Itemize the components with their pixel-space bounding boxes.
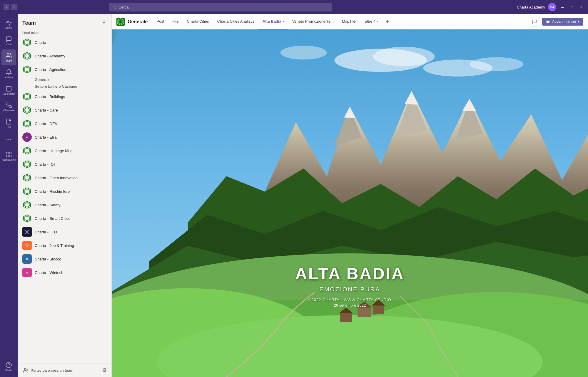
sidebar-item-chiamate[interactable]: Chiamate xyxy=(1,99,16,115)
file-icon xyxy=(6,118,12,125)
team-item-heritage[interactable]: Charta - Heritage Mng ··· xyxy=(18,144,111,157)
team-logo-agricoltura xyxy=(22,65,32,74)
content-image: ALTA BADIA EMOZIONE PURA ©2022 CHARTA - … xyxy=(112,29,588,377)
sidebar-item-file[interactable]: File xyxy=(1,115,16,131)
tab-veneto-label: Veneto Promozione Te... xyxy=(292,19,334,24)
close-btn[interactable]: ✕ xyxy=(578,4,584,10)
search-bar[interactable] xyxy=(109,3,332,11)
team-item-name-safety: Charta - Safety xyxy=(35,203,100,207)
forward-btn[interactable]: › xyxy=(11,4,17,10)
team-panel-title: Team xyxy=(22,20,36,26)
team-item-name-rischio: Charta - Rischio Idro xyxy=(35,189,100,194)
team-item-fto[interactable]: Charta - FTO ··· xyxy=(18,225,111,239)
svg-point-0 xyxy=(113,6,115,8)
tab-charta-cities-analisys[interactable]: Charta Cities Analisys xyxy=(213,14,258,29)
team-item-academy[interactable]: Charta - Academy ··· xyxy=(18,49,111,63)
sidebar-label-attivita: Attività xyxy=(5,76,13,79)
sidebar-item-more[interactable] xyxy=(1,132,16,148)
meet-chat-btn[interactable] xyxy=(530,17,539,26)
tab-post[interactable]: Post xyxy=(152,14,168,29)
channel-header: Generale Post File Charta Cities Charta … xyxy=(112,14,588,29)
svg-point-69 xyxy=(373,47,435,66)
team-item-iot[interactable]: Charta - IOT ··· xyxy=(18,157,111,171)
start-meeting-btn[interactable]: Avvia riunione ▾ xyxy=(542,18,583,26)
sidebar-item-applicazioni[interactable]: Applicazioni xyxy=(1,148,16,164)
svg-rect-88 xyxy=(358,308,371,317)
join-team-label: Partecipa o crea un team xyxy=(31,368,73,373)
channel-item-generale[interactable]: Generale xyxy=(18,76,111,83)
team-item-name-iot: Charta - IOT xyxy=(35,162,100,167)
sidebar-item-attivita[interactable]: Attività xyxy=(1,66,16,82)
team-logo-care xyxy=(22,105,32,115)
svg-point-71 xyxy=(470,57,524,71)
sidebar-item-calendario[interactable]: Calendario xyxy=(1,82,16,98)
tab-altre[interactable]: altre 4 ▾ xyxy=(361,14,382,29)
team-panel-footer: Partecipa o crea un team ⚙ xyxy=(18,363,111,377)
team-item-etra[interactable]: e Charta - Etra ··· xyxy=(18,130,111,144)
team-logo-rischio xyxy=(22,187,32,196)
tab-charta-cities[interactable]: Charta Cities xyxy=(183,14,213,29)
overlay-title: ALTA BADIA xyxy=(295,264,405,283)
team-item-stocco[interactable]: S Charta - Stocco ··· xyxy=(18,252,111,266)
tab-veneto[interactable]: Veneto Promozione Te... xyxy=(288,14,338,29)
team-settings-btn[interactable]: ⚙ xyxy=(102,367,107,373)
team-item-wintech[interactable]: W Charta - Wintech ··· xyxy=(18,266,111,279)
svg-rect-13 xyxy=(9,155,11,157)
meeting-chevron-icon: ▾ xyxy=(578,20,579,23)
team-item-name-smart: Charta - Smart Cities xyxy=(35,216,100,221)
sidebar-label-chat: Chat xyxy=(6,43,11,46)
avatar[interactable]: CA xyxy=(548,3,556,11)
more-options-btn[interactable]: ··· xyxy=(508,4,514,10)
tab-charta-cities-analisys-label: Charta Cities Analisys xyxy=(217,19,254,24)
team-list: Charta ··· Charta - Academy ··· xyxy=(18,36,111,363)
join-team-btn[interactable]: Partecipa o crea un team xyxy=(22,367,73,373)
team-item-rischio[interactable]: Charta - Rischio Idro ··· xyxy=(18,185,111,198)
academy-logo-svg xyxy=(22,51,32,61)
team-item-safety[interactable]: Charta - Safety ··· xyxy=(18,198,111,212)
team-logo-iot xyxy=(22,160,32,169)
tab-altre-label: altre 4 xyxy=(365,19,375,24)
team-logo-open xyxy=(22,173,32,182)
sidebar-item-team[interactable]: Team xyxy=(1,49,16,65)
filter-btn[interactable] xyxy=(101,19,107,27)
team-item-care[interactable]: Charta - Care ··· xyxy=(18,103,111,117)
svg-rect-3 xyxy=(6,87,11,92)
team-item-dev[interactable]: Charta - DEV ··· xyxy=(18,117,111,130)
channel-item-lattiero[interactable]: Settore Lattiero Caseario ℹ xyxy=(18,83,111,90)
team-item-open[interactable]: Charta - Open Innovation ··· xyxy=(18,171,111,185)
tab-alta-badia[interactable]: Alta Badia ▾ xyxy=(258,14,288,29)
more-icon xyxy=(6,137,12,143)
chat-icon xyxy=(6,36,12,42)
team-item-job[interactable]: 🎨 Charta - Job & Training ··· xyxy=(18,239,111,252)
minimize-btn[interactable]: — xyxy=(559,4,566,10)
team-item-name-wintech: Charta - Wintech xyxy=(35,270,100,275)
sidebar-label-guida: Guida xyxy=(5,369,12,372)
sidebar-item-chat[interactable]: Chat xyxy=(1,33,16,49)
team-item-buildings[interactable]: Charta - Buildings ··· xyxy=(18,90,111,103)
team-logo-heritage xyxy=(22,146,32,155)
back-btn[interactable]: ‹ xyxy=(4,4,9,10)
sidebar-item-azioni[interactable]: Azioni xyxy=(1,16,16,32)
tab-maptiler-label: MapTiler xyxy=(342,19,357,24)
sidebar-label-chiamate: Chiamate xyxy=(3,109,15,112)
tab-file[interactable]: File xyxy=(168,14,183,29)
charta-logo-svg xyxy=(22,38,32,47)
tab-maptiler[interactable]: MapTiler xyxy=(338,14,361,29)
landscape-svg xyxy=(112,29,588,377)
team-item-smart[interactable]: Charta - Smart Cities ··· xyxy=(18,212,111,225)
svg-point-2 xyxy=(7,53,9,55)
add-tab-btn[interactable]: + xyxy=(383,18,392,26)
tab-charta-cities-label: Charta Cities xyxy=(187,19,209,24)
team-item-name-heritage: Charta - Heritage Mng xyxy=(35,149,100,153)
svg-point-7 xyxy=(6,139,8,140)
search-icon xyxy=(112,5,116,9)
team-logo-job: 🎨 xyxy=(22,241,32,250)
maximize-btn[interactable]: □ xyxy=(569,4,575,10)
sidebar-item-guida[interactable]: Guida xyxy=(1,359,16,375)
team-item-name-etra: Charta - Etra xyxy=(35,135,100,139)
search-input[interactable] xyxy=(118,5,328,9)
team-item-charta[interactable]: Charta ··· xyxy=(18,36,111,49)
team-section-label: I tuoi team xyxy=(18,29,111,36)
team-item-agricoltura[interactable]: Charta - Agricoltura ··· xyxy=(18,63,111,76)
main-area: Azioni Chat Team Attività Calendario Chi… xyxy=(0,14,588,377)
